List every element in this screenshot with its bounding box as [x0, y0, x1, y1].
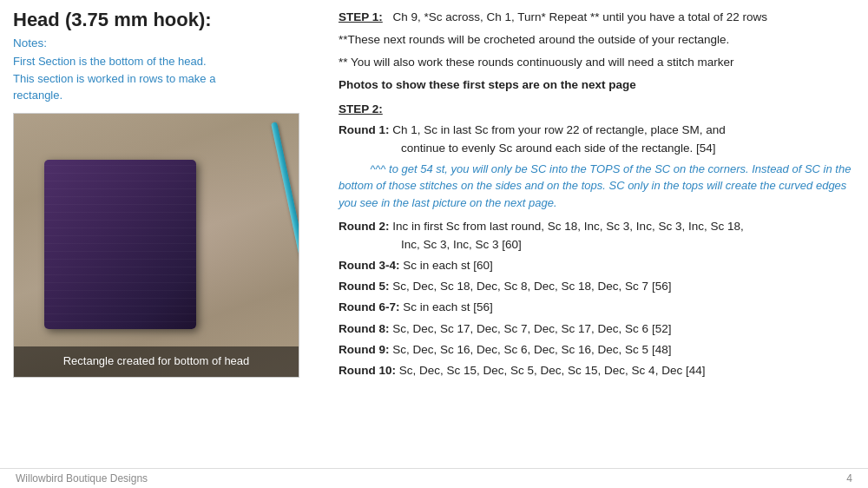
round2-label: Round 2: — [339, 220, 390, 233]
round8-label: Round 8: — [339, 322, 390, 335]
round34-text: Sc in each st [60] — [403, 259, 493, 272]
photo-container: Rectangle created for bottom of head — [13, 113, 299, 378]
round10-text: Sc, Dec, Sc 15, Dec, Sc 5, Dec, Sc 15, D… — [399, 364, 706, 377]
round9-line: Round 9: Sc, Dec, Sc 16, Dec, Sc 6, Dec,… — [339, 341, 855, 359]
round67-line: Round 6-7: Sc in each st [56] — [339, 299, 855, 316]
round67-text: Sc in each st [56] — [403, 300, 493, 313]
round1-text: Ch 1, Sc in last Sc from your row 22 of … — [392, 123, 725, 136]
step1-heading: STEP 1: — [339, 10, 383, 23]
round34-label: Round 3-4: — [339, 259, 400, 272]
step1-text: Ch 9, *Sc across, Ch 1, Turn* Repeat ** … — [393, 10, 767, 23]
round9-label: Round 9: — [339, 343, 390, 356]
footer: Willowbird Boutique Designs 4 — [0, 468, 868, 488]
round1-line: Round 1: Ch 1, Sc in last Sc from your r… — [339, 122, 855, 157]
left-column: Head (3.75 mm hook): Notes: First Sectio… — [13, 9, 326, 459]
step1-block: STEP 1: Ch 9, *Sc across, Ch 1, Turn* Re… — [339, 9, 855, 26]
italic-tops-note: ^^^ to get 54 st, you will only be SC in… — [339, 161, 855, 212]
footer-page: 4 — [846, 472, 852, 485]
note1: **These next rounds will be crocheted ar… — [339, 31, 855, 49]
round2-line: Round 2: Inc in first Sc from last round… — [339, 218, 855, 254]
round34-line: Round 3-4: Sc in each st [60] — [339, 257, 855, 274]
notes-label: Notes: — [13, 36, 326, 49]
footer-brand: Willowbird Boutique Designs — [16, 472, 148, 485]
bold-photos-note: Photos to show these first steps are on … — [339, 76, 855, 94]
round10-label: Round 10: — [339, 364, 396, 377]
round5-line: Round 5: Sc, Dec, Sc 18, Dec, Sc 8, Dec,… — [339, 278, 855, 295]
page-title: Head (3.75 mm hook): — [13, 9, 326, 31]
round1-text2: continue to evenly Sc around each side o… — [339, 142, 716, 155]
round9-text: Sc, Dec, Sc 16, Dec, Sc 6, Dec, Sc 16, D… — [392, 343, 671, 356]
step2-block: STEP 2: Round 1: Ch 1, Sc in last Sc fro… — [339, 101, 855, 379]
photo-caption: Rectangle created for bottom of head — [14, 346, 299, 376]
notes-text: First Section is the bottom of the head.… — [13, 53, 326, 104]
round1-label: Round 1: — [339, 123, 390, 136]
round5-label: Round 5: — [339, 280, 390, 293]
round8-text: Sc, Dec, Sc 17, Dec, Sc 7, Dec, Sc 17, D… — [392, 322, 671, 335]
crochet-image-sim — [14, 114, 299, 377]
right-column: STEP 1: Ch 9, *Sc across, Ch 1, Turn* Re… — [339, 9, 855, 459]
round10-line: Round 10: Sc, Dec, Sc 15, Dec, Sc 5, Dec… — [339, 362, 855, 379]
note2: ** You will also work these rounds conti… — [339, 54, 855, 71]
round8-line: Round 8: Sc, Dec, Sc 17, Dec, Sc 7, Dec,… — [339, 320, 855, 338]
round2-text: Inc in first Sc from last round, Sc 18, … — [392, 220, 743, 233]
round5-text: Sc, Dec, Sc 18, Dec, Sc 8, Dec, Sc 18, D… — [392, 280, 671, 293]
step2-heading: STEP 2: — [339, 101, 855, 118]
round67-label: Round 6-7: — [339, 300, 400, 313]
